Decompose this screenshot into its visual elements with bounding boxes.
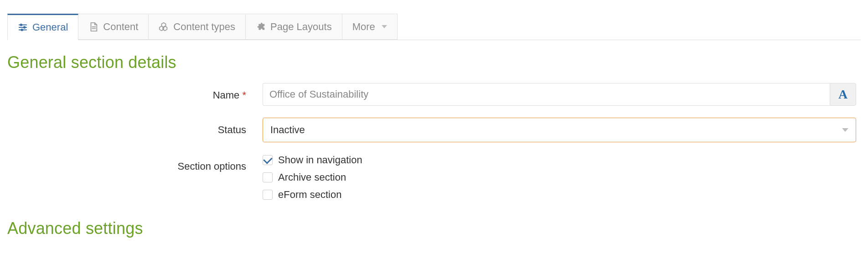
tab-more-label: More bbox=[352, 22, 375, 32]
tab-page-layouts[interactable]: Page Layouts bbox=[245, 14, 342, 40]
label-name-text: Name bbox=[213, 89, 240, 101]
option-show-in-nav: Show in navigation bbox=[263, 154, 856, 166]
svg-point-5 bbox=[21, 29, 23, 31]
cubes-icon bbox=[159, 22, 169, 32]
font-addon-button[interactable]: A bbox=[830, 83, 856, 106]
checkbox-archive-section[interactable] bbox=[263, 172, 273, 182]
tab-page-layouts-label: Page Layouts bbox=[270, 22, 332, 32]
tabs-row: General Content Content types bbox=[7, 14, 861, 40]
heading-advanced-settings: Advanced settings bbox=[7, 219, 861, 238]
tab-content[interactable]: Content bbox=[78, 14, 149, 40]
tab-general-label: General bbox=[32, 22, 68, 32]
font-icon: A bbox=[838, 87, 847, 102]
name-input[interactable] bbox=[263, 83, 830, 106]
chevron-down-icon bbox=[382, 25, 387, 28]
tab-content-label: Content bbox=[103, 22, 138, 32]
heading-general-section-details: General section details bbox=[7, 53, 861, 72]
row-status: Status Inactive bbox=[7, 118, 861, 142]
option-archive-section-label: Archive section bbox=[278, 171, 346, 183]
option-eform-section-label: eForm section bbox=[278, 189, 341, 201]
required-asterisk: * bbox=[242, 89, 246, 101]
label-status: Status bbox=[7, 118, 263, 136]
row-name: Name * A bbox=[7, 83, 861, 106]
tab-content-types[interactable]: Content types bbox=[148, 14, 246, 40]
label-name: Name * bbox=[7, 83, 263, 101]
row-section-options: Section options Show in navigation Archi… bbox=[7, 154, 861, 206]
tab-general[interactable]: General bbox=[7, 14, 78, 40]
option-archive-section: Archive section bbox=[263, 171, 856, 183]
svg-point-3 bbox=[24, 26, 26, 28]
chevron-down-icon bbox=[842, 128, 848, 132]
option-eform-section: eForm section bbox=[263, 189, 856, 201]
status-select[interactable]: Inactive bbox=[263, 118, 856, 142]
status-value: Inactive bbox=[270, 124, 305, 136]
svg-point-1 bbox=[21, 24, 22, 26]
tab-content-types-label: Content types bbox=[173, 22, 235, 32]
sliders-icon bbox=[18, 22, 28, 32]
puzzle-icon bbox=[256, 22, 266, 32]
checkbox-show-in-nav[interactable] bbox=[263, 155, 273, 165]
document-icon bbox=[88, 22, 98, 32]
checkbox-eform-section[interactable] bbox=[263, 190, 273, 200]
option-show-in-nav-label: Show in navigation bbox=[278, 154, 362, 166]
tab-more[interactable]: More bbox=[342, 14, 398, 40]
label-section-options: Section options bbox=[7, 154, 263, 172]
